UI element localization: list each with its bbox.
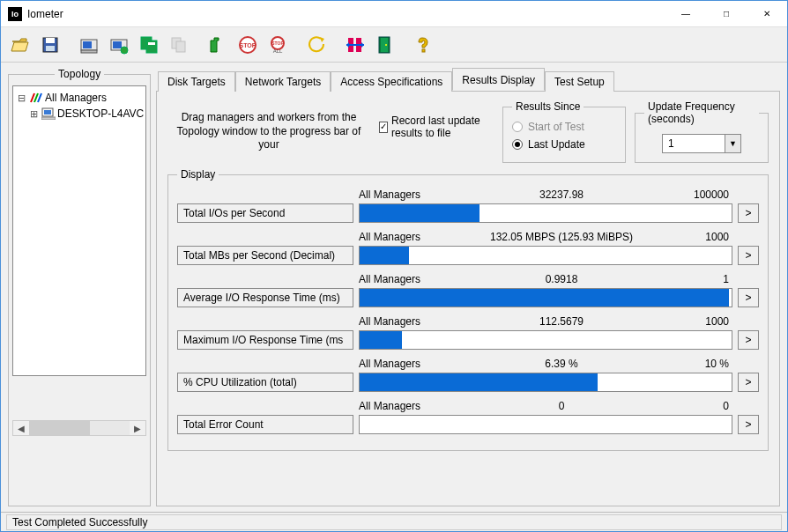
metric-label-button[interactable]: Average I/O Response Time (ms) — [177, 288, 353, 307]
copy-worker-icon — [169, 35, 189, 55]
update-frequency-value: 1 — [663, 137, 725, 150]
svg-rect-5 — [81, 50, 97, 53]
radio-last-icon[interactable] — [512, 139, 523, 150]
svg-text:ALL: ALL — [273, 48, 283, 54]
results-since-group: Results Since Start of Test Last Update — [502, 100, 626, 163]
metric-source: All Managers — [359, 400, 473, 412]
metric-label-button[interactable]: % CPU Utilization (total) — [177, 373, 353, 392]
metric-progress-bar[interactable] — [359, 330, 732, 350]
new-worker-disk-button[interactable] — [75, 31, 103, 59]
new-worker-disk-icon — [79, 35, 99, 55]
svg-text:STOP: STOP — [240, 42, 256, 48]
align-button[interactable] — [341, 31, 369, 59]
open-icon — [11, 35, 30, 55]
metric-progress-bar[interactable] — [359, 246, 732, 265]
metric-more-button[interactable]: > — [738, 203, 759, 223]
tab-test-setup[interactable]: Test Setup — [545, 71, 614, 92]
app-icon: Io — [8, 7, 22, 21]
metric-max: 100000 — [650, 188, 732, 201]
metric-label-button[interactable]: Maximum I/O Response Time (ms — [177, 330, 353, 350]
tab-disk-targets[interactable]: Disk Targets — [158, 71, 235, 92]
metric-more-button[interactable]: > — [738, 373, 759, 392]
close-button[interactable]: ✕ — [747, 1, 787, 27]
metric-progress-bar[interactable] — [359, 203, 732, 223]
new-worker-net-icon — [109, 35, 129, 55]
metric-more-button[interactable]: > — [738, 288, 759, 307]
scroll-right-icon[interactable]: ▶ — [130, 424, 145, 433]
topology-tree[interactable]: ⊟ All Managers ⊞ DESKTOP-L4AVC — [12, 85, 146, 376]
status-text: Test Completed Successfully — [6, 514, 782, 530]
statusbar: Test Completed Successfully — [1, 512, 787, 531]
minimize-button[interactable]: — — [665, 1, 706, 27]
svg-rect-30 — [41, 117, 56, 120]
expand-icon[interactable]: ⊞ — [27, 108, 40, 120]
metric-label-button[interactable]: Total I/Os per Second — [177, 203, 353, 223]
window-title: Iometer — [27, 8, 63, 20]
stop-all-button[interactable]: STOPALL — [264, 31, 292, 59]
stop-current-icon: STOP — [238, 35, 257, 55]
svg-line-25 — [31, 93, 34, 102]
results-since-title: Results Since — [512, 100, 584, 113]
tab-network-targets[interactable]: Network Targets — [235, 71, 331, 92]
tree-child[interactable]: ⊞ DESKTOP-L4AVC — [15, 106, 144, 122]
metric-source: All Managers — [359, 188, 473, 201]
metric-progress-bar[interactable] — [359, 415, 732, 434]
chevron-down-icon[interactable]: ▼ — [725, 135, 740, 152]
metric-value: 0.9918 — [473, 273, 650, 285]
metric-value: 112.5679 — [473, 315, 650, 328]
reset-workers-icon — [307, 35, 326, 55]
svg-point-8 — [121, 47, 128, 54]
scroll-left-icon[interactable]: ◀ — [13, 424, 29, 433]
metric-max: 1000 — [650, 315, 732, 328]
managers-icon — [29, 92, 43, 104]
topology-panel: Topology ⊟ All Managers ⊞ DE — [8, 68, 151, 506]
tab-access-specifications[interactable]: Access Specifications — [331, 71, 452, 92]
svg-line-26 — [34, 93, 38, 102]
exit-button[interactable] — [371, 31, 399, 59]
about-button[interactable] — [410, 31, 438, 59]
record-checkbox[interactable]: ✓ — [379, 122, 388, 133]
metric-row: All Managers32237.98100000Total I/Os per… — [177, 188, 759, 223]
maximize-button[interactable]: □ — [706, 1, 747, 27]
radio-last-update[interactable]: Last Update — [512, 136, 616, 153]
stop-current-button[interactable]: STOP — [234, 31, 262, 59]
collapse-icon[interactable]: ⊟ — [15, 92, 27, 104]
svg-rect-7 — [113, 41, 122, 48]
tab-results-display: Drag managers and workers from the Topol… — [156, 91, 780, 506]
metric-label-button[interactable]: Total MBs per Second (Decimal) — [177, 246, 353, 265]
svg-rect-2 — [46, 46, 55, 51]
duplicate-worker-button[interactable] — [135, 31, 163, 59]
update-frequency-combo[interactable]: 1 ▼ — [662, 134, 741, 153]
reset-workers-button[interactable] — [302, 31, 331, 59]
metric-progress-bar[interactable] — [359, 373, 732, 392]
topology-hscroll[interactable]: ◀ ▶ — [12, 420, 146, 436]
metric-label-button[interactable]: Total Error Count — [177, 415, 353, 434]
metric-row: All Managers132.05 MBPS (125.93 MiBPS)10… — [177, 230, 759, 265]
svg-point-23 — [385, 44, 387, 46]
app-window: Io Iometer — □ ✕ STOPSTOPALL Topology ⊟ — [0, 0, 788, 532]
display-title: Display — [177, 168, 219, 181]
record-checkbox-row[interactable]: ✓ Record last update results to file — [379, 100, 494, 140]
copy-worker-button — [165, 31, 193, 59]
radio-start-of-test: Start of Test — [512, 118, 616, 136]
metric-progress-bar[interactable] — [359, 288, 732, 307]
tree-root[interactable]: ⊟ All Managers — [15, 90, 144, 106]
save-button[interactable] — [36, 31, 64, 59]
start-tests-icon — [208, 35, 227, 55]
radio-start-icon — [512, 122, 523, 132]
display-group: Display All Managers32237.98100000Total … — [167, 168, 769, 451]
svg-rect-13 — [176, 41, 185, 52]
scroll-thumb[interactable] — [29, 421, 90, 435]
about-icon — [414, 35, 434, 55]
metric-more-button[interactable]: > — [738, 415, 759, 434]
metric-row: All Managers6.39 %10 %% CPU Utilization … — [177, 357, 759, 392]
open-button[interactable] — [6, 31, 34, 59]
metric-row: All Managers112.56791000Maximum I/O Resp… — [177, 314, 759, 350]
svg-rect-24 — [422, 49, 425, 52]
metric-more-button[interactable]: > — [738, 330, 759, 350]
new-worker-net-button[interactable] — [105, 31, 133, 59]
tab-results-display[interactable]: Results Display — [452, 68, 545, 91]
start-tests-button[interactable] — [204, 31, 232, 59]
metric-more-button[interactable]: > — [738, 246, 759, 265]
metric-value: 32237.98 — [473, 188, 650, 201]
